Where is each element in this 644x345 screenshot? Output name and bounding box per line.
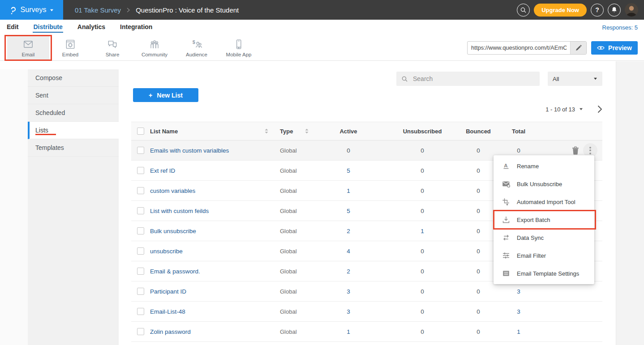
user-avatar[interactable]: [625, 3, 638, 17]
list-name-link[interactable]: Email-List-48: [150, 308, 272, 315]
table-row[interactable]: Participant ID Global 3 0 0 3: [131, 281, 602, 302]
bounced-count[interactable]: 0: [465, 268, 492, 275]
active-count[interactable]: 5: [317, 167, 380, 174]
toolbar-item[interactable]: $ Audience: [176, 36, 218, 60]
table-row[interactable]: Zolin password Global 1 0 0 1: [131, 322, 602, 342]
toolbar-item[interactable]: Mobile App: [218, 36, 260, 60]
tab[interactable]: Analytics: [77, 22, 106, 33]
unsubscribed-count[interactable]: 0: [380, 208, 465, 214]
row-checkbox[interactable]: [137, 247, 144, 255]
active-count[interactable]: 3: [317, 288, 380, 295]
active-count[interactable]: 3: [317, 308, 380, 315]
menu-item[interactable]: Export Batch: [494, 211, 594, 229]
row-checkbox[interactable]: [137, 207, 144, 214]
row-checkbox[interactable]: [137, 268, 144, 275]
unsubscribed-count[interactable]: 0: [380, 187, 465, 194]
column-header-type[interactable]: Type: [280, 128, 293, 135]
row-checkbox[interactable]: [137, 147, 144, 154]
preview-button[interactable]: Preview: [591, 41, 638, 55]
breadcrumb-survey-link[interactable]: 01 Take Survey: [75, 6, 121, 14]
row-checkbox[interactable]: [137, 187, 144, 194]
column-header-list-name[interactable]: List Name: [150, 128, 178, 135]
bounced-count[interactable]: 0: [465, 288, 492, 295]
active-count[interactable]: 0: [317, 147, 380, 154]
list-search-input[interactable]: [412, 75, 535, 83]
bounced-count[interactable]: 0: [465, 147, 492, 154]
brand-switcher[interactable]: Surveys: [0, 0, 63, 20]
row-checkbox[interactable]: [137, 288, 144, 295]
toolbar-item[interactable]: Embed: [49, 36, 91, 60]
unsubscribed-count[interactable]: 0: [380, 308, 465, 315]
unsubscribed-count[interactable]: 0: [380, 268, 465, 275]
bounced-count[interactable]: 0: [465, 167, 492, 174]
total-count[interactable]: 0: [492, 147, 545, 154]
active-count[interactable]: 2: [317, 268, 380, 275]
next-page-button[interactable]: [597, 105, 602, 113]
help-button[interactable]: ?: [591, 4, 604, 17]
active-count[interactable]: 5: [317, 208, 380, 214]
list-name-link[interactable]: Bulk unsubscribe: [150, 228, 272, 234]
toolbar-item[interactable]: Email: [7, 36, 49, 60]
row-checkbox[interactable]: [137, 308, 144, 315]
sidebar-item[interactable]: Scheduled: [28, 104, 119, 122]
new-list-button[interactable]: + New List: [133, 88, 198, 102]
tab[interactable]: Edit: [6, 22, 19, 33]
search-button[interactable]: [517, 4, 530, 17]
list-name-link[interactable]: Ext ref ID: [150, 167, 272, 174]
list-name-link[interactable]: unsubscribe: [150, 248, 272, 255]
bounced-count[interactable]: 0: [465, 328, 492, 335]
menu-item[interactable]: Email Filter: [494, 247, 594, 264]
tab[interactable]: Distribute: [33, 22, 63, 33]
list-name-link[interactable]: Participant ID: [150, 288, 272, 295]
sidebar-item[interactable]: Lists: [28, 122, 119, 139]
pagination-range-dropdown[interactable]: 1 - 10 of 13: [545, 106, 583, 113]
bounced-count[interactable]: 0: [465, 187, 492, 194]
unsubscribed-count[interactable]: 0: [380, 248, 465, 255]
total-count[interactable]: 3: [492, 308, 545, 315]
menu-item[interactable]: A Rename: [494, 157, 594, 175]
upgrade-now-button[interactable]: Upgrade Now: [534, 4, 587, 17]
notifications-button[interactable]: [608, 4, 621, 17]
active-count[interactable]: 1: [317, 187, 380, 194]
toolbar-item[interactable]: Share: [91, 36, 133, 60]
active-count[interactable]: 1: [317, 328, 380, 335]
bounced-count[interactable]: 0: [465, 228, 492, 234]
menu-item[interactable]: Email Template Settings: [494, 264, 594, 282]
table-row[interactable]: Email-List-48 Global 3 0 0 3: [131, 302, 602, 322]
unsubscribed-count[interactable]: 0: [380, 147, 465, 154]
survey-url-input[interactable]: [468, 44, 570, 51]
sidebar-item[interactable]: Templates: [28, 139, 119, 157]
active-count[interactable]: 4: [317, 248, 380, 255]
unsubscribed-count[interactable]: 0: [380, 328, 465, 335]
unsubscribed-count[interactable]: 0: [380, 288, 465, 295]
unsubscribed-count[interactable]: 0: [380, 167, 465, 174]
sort-icon[interactable]: [264, 128, 269, 134]
bounced-count[interactable]: 0: [465, 248, 492, 255]
row-checkbox[interactable]: [137, 167, 144, 174]
list-name-link[interactable]: Emails with custom varialbles: [150, 147, 272, 154]
list-name-link[interactable]: Zolin password: [150, 328, 272, 335]
bounced-count[interactable]: 0: [465, 308, 492, 315]
select-all-checkbox[interactable]: [137, 128, 144, 135]
sort-icon[interactable]: [305, 128, 309, 134]
edit-url-button[interactable]: [570, 42, 586, 54]
sidebar-item[interactable]: Compose: [28, 69, 119, 87]
menu-item[interactable]: Bulk Unsubscribe: [494, 175, 594, 193]
list-name-link[interactable]: Email & password.: [150, 268, 272, 275]
list-name-link[interactable]: List with custom feilds: [150, 208, 272, 214]
tab[interactable]: Integration: [120, 22, 153, 33]
list-name-link[interactable]: custom variables: [150, 187, 272, 194]
row-checkbox[interactable]: [137, 227, 144, 234]
toolbar-item[interactable]: Community: [133, 36, 176, 60]
menu-item[interactable]: Data Sync: [494, 229, 594, 247]
bounced-count[interactable]: 0: [465, 208, 492, 214]
sidebar-item[interactable]: Sent: [28, 87, 119, 104]
unsubscribed-count[interactable]: 1: [380, 228, 465, 234]
total-count[interactable]: 1: [492, 328, 545, 335]
menu-item[interactable]: Automated Import Tool: [494, 193, 594, 211]
list-filter-dropdown[interactable]: All: [548, 72, 602, 86]
total-count[interactable]: 3: [492, 288, 545, 295]
row-checkbox[interactable]: [137, 328, 144, 335]
delete-list-button[interactable]: [572, 146, 579, 155]
active-count[interactable]: 2: [317, 228, 380, 234]
